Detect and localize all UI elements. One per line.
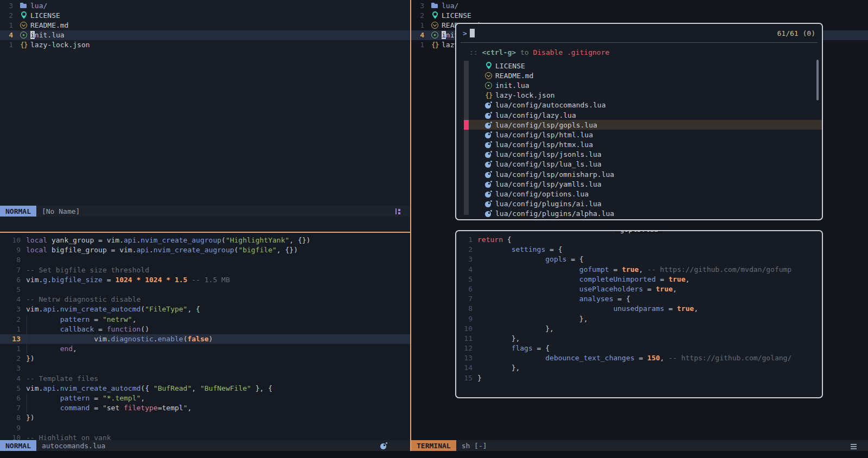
finder-item-name: lua/config/lsp/lua_ls.lua bbox=[495, 160, 602, 168]
line-number: 2 bbox=[4, 354, 21, 364]
prompt-icon: > bbox=[463, 29, 467, 37]
finder-item[interactable]: lazy-lock.json bbox=[456, 91, 822, 100]
line-number: 5 bbox=[461, 275, 473, 284]
finder-item[interactable]: lua/config/options.lua bbox=[456, 189, 822, 199]
code-line: 9local bigfile_group = vim.api.nvim_crea… bbox=[0, 245, 410, 255]
finder-item[interactable]: lua/config/lazy.lua bbox=[456, 110, 822, 120]
header-action: Disable .gitignore bbox=[533, 48, 609, 56]
line-number: 10 bbox=[4, 236, 21, 245]
file-row[interactable]: 4init.lua bbox=[0, 30, 410, 40]
lua-ring-icon bbox=[484, 81, 493, 90]
line-number: 3 bbox=[4, 2, 13, 10]
finder-item[interactable]: lua/config/lsp/lua_ls.lua bbox=[456, 160, 822, 169]
code-token: filetype bbox=[124, 404, 158, 412]
finder-item[interactable]: lua/config/lsp/jsonls.lua bbox=[456, 150, 822, 160]
folder-icon bbox=[20, 2, 28, 10]
finder-item[interactable]: LICENSE bbox=[456, 61, 822, 71]
file-row[interactable]: 2LICENSE bbox=[0, 10, 410, 20]
line-number: 10 bbox=[461, 324, 473, 334]
code-token bbox=[477, 325, 545, 333]
code-token: command bbox=[60, 404, 90, 412]
code-token: = { bbox=[533, 344, 550, 352]
preview-code: 1return {2 settings = {3 gopls = {4 gofu… bbox=[456, 231, 822, 383]
finder-prompt[interactable]: > 61/61 (0) bbox=[456, 24, 822, 42]
finder-item[interactable]: lua/config/lsp/yamlls.lua bbox=[456, 179, 822, 189]
code-token: -- Template files bbox=[26, 374, 98, 383]
code-token: . bbox=[154, 335, 158, 343]
code-token: . bbox=[107, 335, 111, 343]
explorer-empty-area bbox=[0, 217, 410, 232]
preview-line: 7 analyses = { bbox=[456, 294, 822, 304]
command-line[interactable] bbox=[0, 451, 868, 458]
preview-line: 1return { bbox=[456, 235, 822, 245]
code-token: ) bbox=[209, 335, 213, 343]
code-token: }, bbox=[512, 364, 520, 372]
code-line: 8}) bbox=[0, 413, 410, 423]
finder-item[interactable]: lua/config/autocomands.lua bbox=[456, 100, 822, 110]
code-token: = bbox=[656, 275, 668, 283]
finder-item-name: lazy-lock.json bbox=[495, 91, 555, 99]
fuzzy-finder-window[interactable]: > 61/61 (0) :: <ctrl-g> to Disable .giti… bbox=[455, 23, 823, 220]
finder-scrollbar[interactable] bbox=[816, 60, 819, 100]
file-name: LICENSE bbox=[442, 11, 471, 20]
code-token bbox=[26, 404, 60, 412]
code-token: bigfile_group = bbox=[47, 246, 119, 254]
license-icon bbox=[20, 11, 28, 20]
preview-line: 2 settings = { bbox=[456, 245, 822, 255]
code-token: * bbox=[166, 276, 170, 284]
neovim-screen: 3lua/2LICENSE1README.md4init.lua1lazy-lo… bbox=[0, 0, 868, 458]
line-number: 8 bbox=[4, 413, 21, 423]
file-explorer-list: 3lua/2LICENSE1README.md4init.lua1lazy-lo… bbox=[0, 1, 410, 50]
code-token: "HighlightYank" bbox=[226, 236, 289, 244]
file-row[interactable]: 1lazy-lock.json bbox=[0, 40, 410, 50]
file-row[interactable]: 1README.md bbox=[0, 20, 410, 30]
window-separator-horizontal[interactable] bbox=[0, 232, 410, 233]
line-number: 6 bbox=[4, 393, 21, 403]
code-token: "netrw" bbox=[103, 315, 132, 323]
code-token: 1024 bbox=[145, 276, 162, 284]
code-token: 1.5 bbox=[175, 276, 187, 284]
finder-item[interactable]: lua/config/plugins/ai.lua bbox=[456, 199, 822, 209]
lua-ring-icon bbox=[431, 31, 439, 39]
code-token: , bbox=[673, 285, 677, 293]
finder-item[interactable]: README.md bbox=[456, 71, 822, 80]
code-token: enable bbox=[158, 335, 183, 343]
code-token bbox=[477, 255, 545, 263]
lua-file-icon bbox=[484, 131, 493, 139]
file-name: lua/ bbox=[442, 2, 458, 10]
code-buffer-autocomands[interactable]: 10local yank_group = vim.api.nvim_create… bbox=[0, 233, 410, 443]
finder-item[interactable]: lua/config/lsp/gopls.lua bbox=[456, 120, 822, 130]
line-number: 1 bbox=[461, 235, 473, 245]
file-row[interactable]: 2LICENSE bbox=[411, 10, 868, 20]
window-separator-vertical[interactable] bbox=[410, 0, 411, 451]
code-token: , bbox=[187, 404, 192, 412]
finder-item[interactable]: lua/config/lsp/omnisharp.lua bbox=[456, 169, 822, 179]
line-number: 3 bbox=[4, 304, 21, 314]
code-line: 8 bbox=[0, 255, 410, 265]
line-number: 2 bbox=[4, 315, 21, 325]
code-token: }, bbox=[545, 325, 554, 333]
code-token: = { bbox=[613, 295, 630, 303]
readme-icon bbox=[431, 21, 439, 29]
finder-item[interactable]: init.lua bbox=[456, 80, 822, 90]
code-line: 7-- Set bigfile size threshold bbox=[0, 265, 410, 275]
code-token: -- https://github.com/golang/ bbox=[668, 354, 792, 362]
code-token: true bbox=[656, 285, 673, 293]
line-number: 2 bbox=[4, 11, 13, 20]
code-token bbox=[477, 265, 579, 273]
preview-line: 13 debounce_text_changes = 150, -- https… bbox=[456, 353, 822, 363]
code-line: 4-- Template files bbox=[0, 374, 410, 384]
preview-window[interactable]: gopls.lua 1return {2 settings = {3 gopls… bbox=[455, 230, 823, 398]
line-number: 7 bbox=[4, 265, 21, 275]
code-token: , {}) bbox=[277, 246, 298, 254]
finder-item[interactable]: lua/config/plugins/alpha.lua bbox=[456, 209, 822, 219]
file-row[interactable]: 3lua/ bbox=[411, 1, 868, 10]
file-row[interactable]: 3lua/ bbox=[0, 1, 410, 10]
code-token: ( bbox=[141, 305, 145, 313]
code-token: "*.templ" bbox=[103, 394, 141, 402]
finder-item-name: lua/config/lazy.lua bbox=[495, 111, 576, 119]
finder-item[interactable]: lua/config/lsp/html.lua bbox=[456, 130, 822, 139]
finder-item[interactable]: lua/config/lsp/htmx.lua bbox=[456, 140, 822, 150]
statusline-explorer: NORMAL [No Name] bbox=[0, 206, 410, 217]
code-token: analyses bbox=[579, 295, 614, 303]
